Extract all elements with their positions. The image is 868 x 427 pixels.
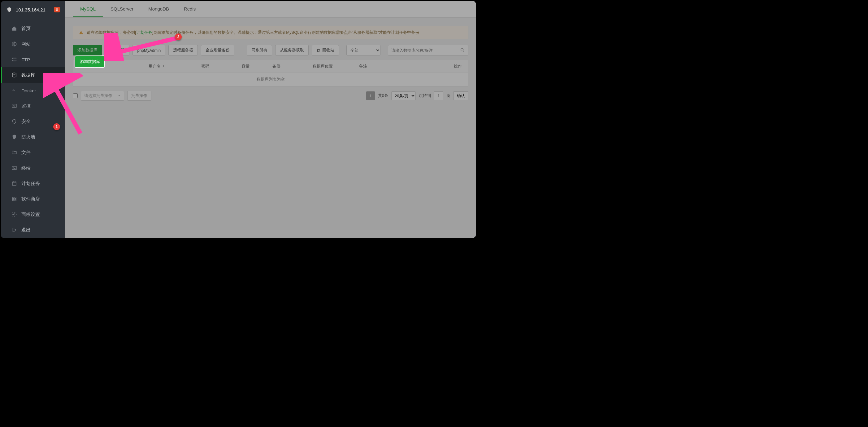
total-count: 共0条 (378, 93, 388, 98)
jump-label: 跳转到 (419, 93, 431, 98)
per-page-select[interactable]: 20条/页 (391, 91, 416, 100)
jump-confirm-button[interactable]: 确认 (454, 91, 468, 100)
sidebar-item-label: 文件 (21, 150, 31, 155)
th-note: 备注 (356, 63, 446, 69)
filter-select[interactable]: 全部 (346, 45, 380, 55)
callout-1: 1 (53, 123, 60, 130)
sidebar-item-label: 监控 (21, 103, 31, 109)
svg-rect-6 (14, 90, 15, 91)
store-icon (11, 196, 17, 202)
svg-rect-2 (12, 60, 16, 61)
svg-rect-11 (12, 197, 14, 199)
svg-rect-10 (12, 182, 16, 185)
svg-rect-13 (12, 200, 14, 201)
sidebar-item-cron[interactable]: 计划任务 (1, 176, 65, 191)
sidebar-item-label: 终端 (21, 165, 31, 171)
terminal-icon (11, 165, 17, 171)
sidebar-item-files[interactable]: 文件 (1, 145, 65, 160)
sidebar-item-label: 首页 (21, 26, 31, 32)
table-header: 数据库名 用户名 密码 容量 备份 数据库位置 备注 操作 (73, 60, 468, 73)
th-ops: 操作 (446, 63, 464, 69)
db-type-tabs: MySQL SQLServer MongoDB Redis (65, 1, 476, 18)
sidebar-item-ftp[interactable]: FTP (1, 52, 65, 67)
svg-rect-12 (15, 197, 17, 199)
ftp-icon (11, 57, 17, 62)
home-icon (11, 26, 17, 31)
svg-line-17 (114, 38, 178, 53)
sidebar-item-label: 计划任务 (21, 181, 40, 187)
annotation-arrow-1 (43, 73, 87, 138)
table-footer: 请选择批量操作 批量操作 1 共0条 20条/页 跳转到 页 确认 (73, 91, 468, 101)
tab-mysql[interactable]: MySQL (73, 1, 103, 17)
shield-icon (11, 119, 17, 124)
sidebar-item-label: 面板设置 (21, 211, 40, 218)
sidebar-header: 101.35.164.21 0 (1, 1, 65, 18)
sidebar-item-label: 软件商店 (21, 196, 40, 202)
warning-icon (79, 30, 84, 35)
sidebar-item-label: 退出 (21, 227, 31, 233)
sidebar-item-website[interactable]: 网站 (1, 36, 65, 52)
svg-point-3 (12, 73, 16, 74)
search-icon[interactable] (460, 48, 465, 53)
svg-rect-1 (12, 58, 16, 59)
table-empty-message: 数据库列表为空 (73, 73, 468, 86)
fetch-from-server-button[interactable]: 从服务器获取 (275, 45, 309, 55)
search-box (388, 45, 468, 55)
trash-icon (316, 48, 320, 52)
sidebar-item-label: 安全 (21, 119, 31, 124)
chevron-down-icon (118, 94, 121, 97)
firewall-icon (11, 134, 17, 140)
database-icon (11, 72, 17, 78)
annotation-arrow-2 (104, 33, 183, 61)
pagination: 1 共0条 20条/页 跳转到 页 确认 (366, 91, 468, 100)
tab-sqlserver[interactable]: SQLServer (103, 1, 141, 17)
th-backup: 备份 (270, 63, 310, 69)
add-database-button[interactable]: 添加数据库 (73, 45, 102, 55)
folder-icon (11, 150, 17, 155)
svg-point-16 (461, 49, 463, 51)
batch-action-button[interactable]: 批量操作 (127, 91, 151, 101)
sidebar-item-label: FTP (21, 57, 30, 62)
shield-logo-icon (6, 6, 12, 13)
sidebar-item-label: 防火墙 (21, 134, 35, 140)
svg-point-15 (13, 214, 15, 216)
settings-icon (11, 211, 17, 217)
enterprise-backup-button[interactable]: 企业增量备份 (201, 45, 234, 55)
svg-rect-5 (13, 90, 14, 91)
recycle-bin-button[interactable]: 回收站 (312, 45, 339, 55)
jump-page-input[interactable] (434, 91, 443, 100)
tab-mongodb[interactable]: MongoDB (141, 1, 177, 17)
th-user[interactable]: 用户名 (146, 63, 199, 69)
sort-icon (162, 64, 165, 67)
batch-action-select[interactable]: 请选择批量操作 (81, 91, 124, 101)
logout-icon (11, 227, 17, 233)
docker-icon (11, 88, 17, 93)
tab-redis[interactable]: Redis (177, 1, 203, 17)
page-unit: 页 (446, 93, 451, 98)
search-input[interactable] (391, 48, 460, 53)
sidebar-item-terminal[interactable]: 终端 (1, 160, 65, 176)
sidebar-item-settings[interactable]: 面板设置 (1, 207, 65, 222)
page-number[interactable]: 1 (366, 91, 375, 100)
callout-badge-2: 2 (175, 33, 182, 40)
database-table: 数据库名 用户名 密码 容量 备份 数据库位置 备注 操作 数据库列表为空 (73, 60, 468, 86)
sidebar-item-label: Docker (21, 88, 36, 93)
th-location: 数据库位置 (310, 63, 356, 69)
svg-rect-4 (13, 90, 13, 91)
svg-rect-9 (12, 166, 17, 170)
callout-badge-1: 1 (53, 123, 60, 130)
sidebar-item-logout[interactable]: 退出 (1, 222, 65, 238)
th-size: 容量 (239, 63, 270, 69)
sidebar-item-home[interactable]: 首页 (1, 21, 65, 36)
monitor-icon (11, 103, 17, 109)
globe-icon (11, 41, 17, 47)
notification-badge[interactable]: 0 (54, 7, 60, 12)
highlight-add-database[interactable]: 添加数据库 (75, 56, 104, 67)
server-ip: 101.35.164.21 (16, 7, 45, 12)
sidebar-item-label: 数据库 (21, 72, 35, 78)
sidebar-item-store[interactable]: 软件商店 (1, 191, 65, 207)
svg-rect-14 (15, 200, 17, 201)
sync-all-button[interactable]: 同步所有 (247, 45, 272, 55)
th-password: 密码 (199, 63, 239, 69)
cron-icon (11, 181, 17, 186)
